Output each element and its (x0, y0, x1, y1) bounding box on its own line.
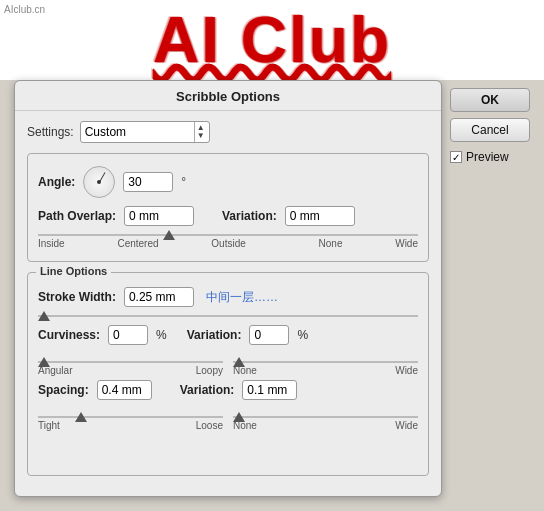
label-tight: Tight (38, 420, 60, 431)
curviness-label: Curviness: (38, 328, 100, 342)
dialog-wrapper: Scribble Options Settings: Custom ▲ ▼ An… (14, 80, 530, 497)
path-overlap-labels: Inside Centered Outside None Wide (38, 238, 418, 249)
spacing-labels: Tight Loose (38, 420, 223, 431)
spacing-track[interactable] (38, 416, 223, 418)
spacing-var-track[interactable] (233, 416, 418, 418)
label-outside: Outside (211, 238, 245, 249)
angle-center-dot (97, 180, 101, 184)
curviness-labels: Angular Loopy (38, 365, 223, 376)
watermark: AIclub.cn (4, 4, 45, 15)
variation-spacing-label: Variation: (180, 383, 235, 397)
settings-row: Settings: Custom ▲ ▼ (27, 121, 429, 143)
variation-spacing-input[interactable] (242, 380, 297, 400)
spacing-slider-left: Tight Loose (38, 408, 223, 431)
variation-overlap-input[interactable] (285, 206, 355, 226)
settings-dropdown[interactable]: Custom ▲ ▼ (80, 121, 210, 143)
angle-unit: ° (181, 175, 186, 189)
main-settings-group: Angle: ° Path Overlap: Variation: (27, 153, 429, 262)
stroke-width-slider-container (38, 315, 418, 317)
curviness-row: Curviness: % Variation: % (38, 325, 418, 345)
preview-row: ✓ Preview (450, 150, 530, 164)
curviness-var-thumb[interactable] (233, 357, 245, 367)
variation-curviness-input[interactable] (249, 325, 289, 345)
label-centered: Centered (117, 238, 158, 249)
curviness-sliders: Angular Loopy None Wide (38, 353, 418, 376)
spacing-var-slider: None Wide (233, 408, 418, 431)
path-overlap-row: Path Overlap: Variation: (38, 206, 418, 226)
spacing-var-labels: None Wide (233, 420, 418, 431)
angle-input[interactable] (123, 172, 173, 192)
stroke-width-label: Stroke Width: (38, 290, 116, 304)
inline-note: 中间一层…… (206, 289, 278, 306)
curviness-track[interactable] (38, 361, 223, 363)
spacing-sliders: Tight Loose None Wide (38, 408, 418, 431)
label-wide-spacing: Wide (395, 420, 418, 431)
path-overlap-track[interactable] (38, 234, 418, 236)
ai-club-title: AI Club (153, 3, 391, 77)
preview-checkbox[interactable]: ✓ (450, 151, 462, 163)
stroke-width-track[interactable] (38, 315, 418, 317)
curviness-input[interactable] (108, 325, 148, 345)
spacing-row: Spacing: Variation: (38, 380, 418, 400)
curviness-var-slider: None Wide (233, 353, 418, 376)
curviness-slider-left: Angular Loopy (38, 353, 223, 376)
angle-dial[interactable] (83, 166, 115, 198)
label-wide-curv: Wide (395, 365, 418, 376)
variation-label: Variation: (222, 209, 277, 223)
label-inside: Inside (38, 238, 65, 249)
dialog-panel: Scribble Options Settings: Custom ▲ ▼ An… (14, 80, 442, 497)
label-loopy: Loopy (196, 365, 223, 376)
settings-label: Settings: (27, 125, 74, 139)
preview-label: Preview (466, 150, 509, 164)
line-options-label: Line Options (36, 265, 111, 277)
path-overlap-thumb[interactable] (163, 230, 175, 240)
settings-value: Custom (85, 125, 194, 139)
curviness-var-track[interactable] (233, 361, 418, 363)
stroke-width-input[interactable] (124, 287, 194, 307)
angle-row: Angle: ° (38, 166, 418, 198)
dialog-body: Settings: Custom ▲ ▼ Angle: (15, 111, 441, 496)
curviness-thumb[interactable] (38, 357, 50, 367)
angle-label: Angle: (38, 175, 75, 189)
spacing-thumb[interactable] (75, 412, 87, 422)
label-loose: Loose (196, 420, 223, 431)
arrow-down-icon: ▼ (197, 132, 205, 140)
path-overlap-input[interactable] (124, 206, 194, 226)
label-none-overlap: None (319, 238, 343, 249)
ok-button[interactable]: OK (450, 88, 530, 112)
spacing-var-thumb[interactable] (233, 412, 245, 422)
curviness-unit: % (156, 328, 167, 342)
label-wide-overlap: Wide (395, 238, 418, 249)
header-background: AIclub.cn AI Club (0, 0, 544, 80)
dialog-title: Scribble Options (15, 81, 441, 111)
variation-curviness-label: Variation: (187, 328, 242, 342)
spacing-label: Spacing: (38, 383, 89, 397)
cancel-button[interactable]: Cancel (450, 118, 530, 142)
variation-curviness-unit: % (297, 328, 308, 342)
stroke-width-row: Stroke Width: 中间一层…… (38, 287, 418, 307)
buttons-panel: OK Cancel ✓ Preview (450, 80, 530, 497)
path-overlap-slider-container: Inside Centered Outside None Wide (38, 234, 418, 249)
path-overlap-label: Path Overlap: (38, 209, 116, 223)
settings-arrows[interactable]: ▲ ▼ (194, 122, 205, 142)
line-options-group: Line Options Stroke Width: 中间一层…… Curvin… (27, 272, 429, 476)
curviness-var-labels: None Wide (233, 365, 418, 376)
stroke-width-thumb[interactable] (38, 311, 50, 321)
spacing-input[interactable] (97, 380, 152, 400)
